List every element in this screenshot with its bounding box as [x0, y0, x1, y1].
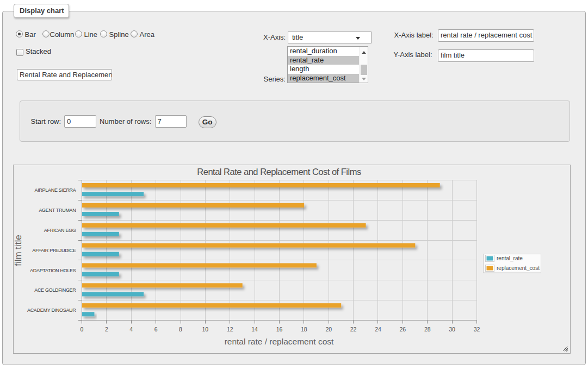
svg-text:AFRICAN EGG: AFRICAN EGG — [44, 228, 76, 233]
svg-text:20: 20 — [325, 326, 332, 333]
svg-text:18: 18 — [301, 326, 307, 333]
svg-text:24: 24 — [375, 326, 381, 333]
svg-text:replacement_cost: replacement_cost — [497, 265, 540, 271]
svg-text:16: 16 — [276, 326, 283, 333]
svg-text:AGENT TRUMAN: AGENT TRUMAN — [39, 208, 76, 213]
svg-text:6: 6 — [154, 326, 158, 333]
svg-text:Rental Rate and Replacement Co: Rental Rate and Replacement Cost of Film… — [197, 167, 361, 177]
svg-text:0: 0 — [81, 326, 84, 333]
svg-text:22: 22 — [350, 326, 357, 333]
svg-text:film title: film title — [13, 235, 23, 266]
svg-text:rental rate / replacement cost: rental rate / replacement cost — [225, 337, 334, 346]
svg-text:2: 2 — [105, 326, 108, 333]
svg-text:AFFAIR PREJUDICE: AFFAIR PREJUDICE — [32, 248, 76, 253]
svg-text:14: 14 — [251, 326, 258, 333]
svg-text:4: 4 — [129, 326, 133, 333]
svg-text:ADAPTATION HOLES: ADAPTATION HOLES — [30, 268, 76, 273]
svg-text:rental_rate: rental_rate — [497, 255, 523, 261]
svg-text:ACE GOLDFINGER: ACE GOLDFINGER — [34, 287, 76, 293]
svg-text:8: 8 — [179, 326, 182, 333]
svg-text:10: 10 — [202, 326, 209, 333]
svg-text:ACADEMY DINOSAUR: ACADEMY DINOSAUR — [27, 308, 76, 313]
svg-text:12: 12 — [227, 326, 233, 333]
svg-text:32: 32 — [474, 326, 480, 333]
svg-text:AIRPLANE SIERRA: AIRPLANE SIERRA — [34, 187, 76, 193]
svg-text:28: 28 — [424, 326, 431, 333]
svg-text:30: 30 — [449, 326, 455, 333]
svg-text:26: 26 — [400, 326, 406, 333]
